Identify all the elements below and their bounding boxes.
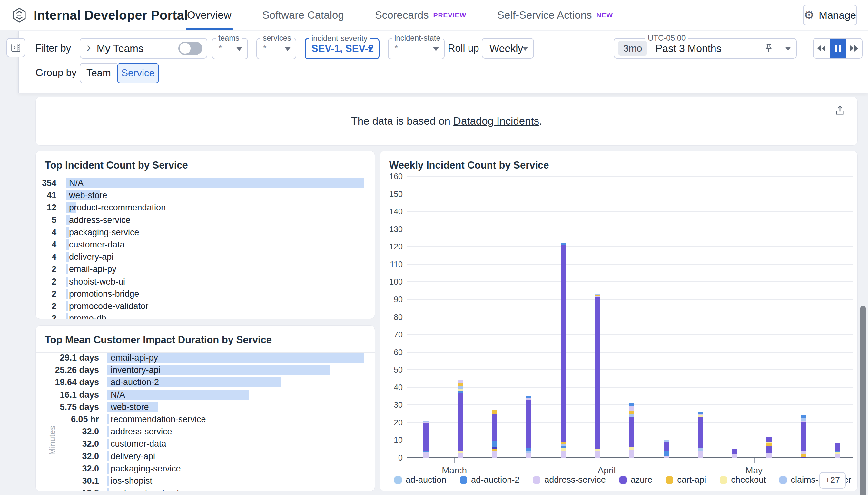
incident-count-row[interactable]: 41web-store (36, 189, 375, 201)
impact-duration-row[interactable]: 5.75 daysweb-store (36, 401, 375, 413)
group-by-option-team[interactable]: Team (80, 63, 117, 83)
weekly-bar[interactable] (595, 294, 600, 458)
rollup-select[interactable]: Weekly (482, 38, 534, 59)
fast-forward-button[interactable] (846, 39, 862, 58)
weekly-bar[interactable] (423, 421, 429, 458)
incident-count-row[interactable]: 12product-recommendation (36, 201, 375, 214)
bar-segment-azure (526, 399, 531, 448)
legend-item-checkout[interactable]: checkout (720, 475, 766, 485)
bar-segment-azure (664, 442, 669, 451)
tab-self-service-actions[interactable]: Self-Service ActionsNEW (497, 0, 613, 30)
weekly-bar[interactable] (561, 243, 566, 458)
impact-duration-value: 30.1 (49, 476, 99, 486)
bar-segment-cart-api (457, 383, 463, 387)
bar-segment-address-service (423, 453, 429, 458)
filter-services[interactable]: services* (256, 38, 296, 59)
impact-duration-row[interactable]: 32.0address-service (36, 425, 375, 438)
legend-item-cart-api[interactable]: cart-api (666, 475, 706, 485)
impact-duration-row[interactable]: 6.05 hrrecommendation-service (36, 413, 375, 425)
impact-duration-row[interactable]: 16.1 daysN/A (36, 389, 375, 401)
sidebar-expand-button[interactable] (6, 38, 25, 57)
incident-count-row[interactable]: 4customer-data (36, 238, 375, 251)
time-range-control[interactable]: UTC-05:00 3mo Past 3 Months (614, 38, 797, 59)
weekly-bar[interactable] (732, 449, 737, 458)
weekly-bar[interactable] (629, 403, 634, 458)
banner-text: The data is based on Datadog Incidents. (351, 115, 542, 127)
filter-incident-severity[interactable]: incident-severitySEV-1, SEV-2 (305, 38, 380, 59)
manage-button[interactable]: ⚙ Manage (803, 5, 857, 25)
legend-item-ad-auction-2[interactable]: ad-auction-2 (460, 475, 519, 485)
impact-duration-value: 32.0 (49, 463, 99, 473)
impact-duration-row[interactable]: 32.0delivery-api (36, 450, 375, 462)
bar-segment-checkout (766, 442, 772, 443)
bar-segment-address-service (457, 453, 463, 458)
bar-segment-ad-auction-2 (561, 243, 566, 244)
incident-count-row[interactable]: 2promotions-bridge (36, 288, 375, 300)
legend-item-azure[interactable]: azure (619, 475, 653, 485)
toggle-knob (180, 43, 190, 54)
filter-incident-state[interactable]: incident-state* (388, 38, 445, 59)
weekly-bar[interactable] (664, 440, 669, 458)
incident-count-row[interactable]: 5address-service (36, 214, 375, 226)
filter-label: services (260, 34, 294, 42)
legend-label: address-service (544, 475, 606, 485)
incident-count-row[interactable]: 2promo-db (36, 312, 375, 319)
legend-item-ad-auction[interactable]: ad-auction (394, 475, 446, 485)
impact-duration-row[interactable]: 19.64 daysad-auction-2 (36, 376, 375, 388)
scrollbar-thumb[interactable] (860, 306, 866, 495)
tab-software-catalog[interactable]: Software Catalog (263, 0, 344, 30)
incident-count-row[interactable]: 2shopist-web-ui (36, 275, 375, 288)
bar-segment-ad-auction-2 (526, 448, 531, 450)
weekly-bar[interactable] (835, 443, 840, 458)
impact-duration-row[interactable]: 29.1 daysemail-api-py (36, 352, 375, 364)
bar-segment-address-service (526, 398, 531, 399)
impact-duration-row[interactable]: 13.5io.shopist.android (36, 487, 375, 491)
bar-segment-checkout (698, 415, 703, 417)
my-teams-filter[interactable]: › My Teams (80, 38, 207, 59)
incident-count-row[interactable]: 2email-api-py (36, 263, 375, 275)
group-by-option-service[interactable]: Service (117, 63, 159, 83)
y-axis-tick: 150 (380, 189, 403, 199)
y-axis-tick: 10 (380, 436, 403, 445)
incident-count-row[interactable]: 4packaging-service (36, 226, 375, 238)
impact-duration-row[interactable]: 32.0packaging-service (36, 462, 375, 475)
weekly-bar[interactable] (457, 380, 463, 458)
impact-duration-row[interactable]: 30.1ios-shopist (36, 475, 375, 487)
bar-segment-address-service (629, 406, 634, 411)
incident-count-service: promocode-validator (69, 301, 148, 311)
bar-segment-checkout (835, 453, 840, 454)
incident-count-row[interactable]: 354N/A (36, 177, 375, 189)
incident-count-row[interactable]: 4delivery-api (36, 251, 375, 263)
app-title: Internal Developer Portal (34, 8, 188, 22)
rollup-label: Roll up (448, 42, 479, 54)
tab-scorecards[interactable]: ScorecardsPREVIEW (375, 0, 466, 30)
x-axis-tick-label: March (442, 465, 467, 476)
incident-count-header: Top Incident Count by Service (36, 151, 375, 178)
filter-teams[interactable]: teams* (212, 38, 248, 59)
legend-item-address-service[interactable]: address-service (533, 475, 606, 485)
incident-count-value: 2 (36, 301, 56, 311)
weekly-bar[interactable] (492, 410, 497, 458)
incident-count-row[interactable]: 2promocode-validator (36, 300, 375, 312)
weekly-bar[interactable] (526, 396, 531, 458)
legend-overflow-badge[interactable]: +27 (819, 472, 846, 489)
weekly-bar[interactable] (801, 415, 806, 458)
my-teams-toggle[interactable] (178, 41, 202, 55)
legend-label: cart-api (677, 475, 706, 485)
impact-duration-service: address-service (111, 427, 172, 437)
legend-swatch (666, 476, 673, 484)
bar-segment-claims-analyzer (526, 450, 531, 453)
impact-duration-row[interactable]: 25.26 daysinventory-api (36, 364, 375, 376)
tab-overview[interactable]: Overview (187, 0, 232, 30)
datadog-incidents-link[interactable]: Datadog Incidents (453, 115, 539, 127)
bar-segment-ad-auction-2 (835, 451, 840, 453)
manage-button-label: Manage (819, 9, 856, 21)
bar-segment-cart-api (766, 443, 772, 446)
weekly-bar[interactable] (698, 412, 703, 458)
export-icon[interactable] (832, 103, 848, 118)
impact-duration-row[interactable]: 32.0customer-data (36, 438, 375, 450)
pause-button[interactable] (830, 39, 846, 58)
weekly-bar[interactable] (766, 437, 772, 458)
pin-icon[interactable] (764, 44, 773, 53)
rewind-button[interactable] (814, 39, 830, 58)
